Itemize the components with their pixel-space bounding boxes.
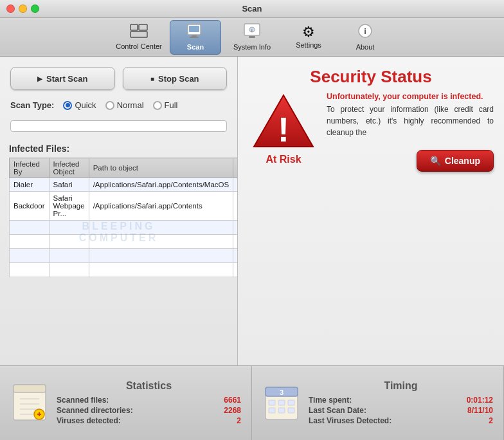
at-risk-label: At Risk	[266, 154, 301, 165]
control-center-label: Control Center	[116, 42, 162, 50]
minimize-button[interactable]	[19, 5, 27, 13]
table-row-empty	[10, 263, 238, 277]
stop-icon: ■	[150, 75, 154, 82]
quick-radio-dot[interactable]	[63, 101, 72, 110]
settings-label: Settings	[296, 41, 321, 49]
scan-type-label: Scan Type:	[10, 100, 54, 110]
full-radio[interactable]: Full	[153, 100, 178, 110]
cell-path-2: /Applications/Safari.app/Contents	[89, 192, 233, 221]
svg-rect-27	[269, 400, 275, 405]
table-row: Backdoor Safari Webpage Pr... /Applicati…	[10, 192, 238, 221]
svg-text:!: !	[278, 110, 289, 149]
last-viruses-row: Last Viruses Detected: 2	[309, 416, 493, 425]
last-scan-label: Last Scan Date:	[309, 406, 366, 415]
toolbar-scan[interactable]: Scan	[170, 20, 221, 55]
cleanup-label: Cleanup	[445, 156, 480, 166]
svg-rect-29	[288, 400, 294, 405]
last-scan-value: 8/11/10	[467, 406, 493, 415]
scanned-dirs-label: Scanned directories:	[57, 406, 133, 415]
svg-text:i: i	[251, 28, 253, 33]
notepad-icon	[10, 378, 49, 423]
statistics-text: Statistics Scanned files: 6661 Scanned d…	[57, 380, 241, 426]
progress-bar-container	[10, 120, 227, 132]
start-scan-button[interactable]: ▶ Start Scan	[10, 67, 115, 90]
cell-risk-2: High	[233, 192, 237, 221]
warning-triangle-container: !	[251, 92, 316, 150]
scan-controls: ▶ Start Scan ■ Stop Scan Scan Type: Quic…	[0, 57, 237, 143]
table-row-empty	[10, 221, 238, 235]
right-panel: Security Status !	[238, 57, 504, 365]
scan-buttons: ▶ Start Scan ■ Stop Scan	[10, 67, 227, 90]
left-panel: ▶ Start Scan ■ Stop Scan Scan Type: Quic…	[0, 57, 238, 365]
security-text-col: Unfortunately, your computer is infected…	[327, 92, 494, 172]
maximize-button[interactable]	[31, 5, 39, 13]
table-row-empty	[10, 249, 238, 263]
normal-radio-dot[interactable]	[105, 101, 114, 110]
content-area: ▶ Start Scan ■ Stop Scan Scan Type: Quic…	[0, 57, 504, 440]
scanned-files-label: Scanned files:	[57, 396, 109, 405]
control-center-icon	[130, 24, 148, 41]
last-viruses-label: Last Viruses Detected:	[309, 416, 392, 425]
toolbar-about[interactable]: i About	[339, 20, 391, 55]
full-label: Full	[165, 100, 178, 110]
cell-path-1: /Applications/Safari.app/Contents/MacOS	[89, 178, 233, 192]
scanned-files-row: Scanned files: 6661	[57, 396, 241, 405]
cell-infected-by-2: Backdoor	[10, 192, 50, 221]
normal-radio[interactable]: Normal	[105, 100, 144, 110]
stop-scan-button[interactable]: ■ Stop Scan	[123, 67, 228, 90]
bottom-bar: Statistics Scanned files: 6661 Scanned d…	[0, 365, 504, 440]
cleanup-button[interactable]: 🔍 Cleanup	[417, 150, 494, 172]
statistics-title: Statistics	[57, 380, 241, 392]
window-title: Scan	[242, 4, 262, 14]
cell-infected-by-1: Dialer	[10, 178, 50, 192]
statistics-panel: Statistics Scanned files: 6661 Scanned d…	[0, 366, 252, 440]
quick-radio[interactable]: Quick	[63, 100, 96, 110]
scanned-dirs-row: Scanned directories: 2268	[57, 406, 241, 415]
toolbar-settings[interactable]: ⚙ Settings	[283, 20, 334, 55]
viruses-row: Viruses detected: 2	[57, 416, 241, 425]
col-path: Path to object	[89, 158, 233, 178]
svg-rect-0	[130, 24, 138, 30]
full-radio-dot[interactable]	[153, 101, 162, 110]
infected-files-section: BLEEPING COMPUTER Infected Files: Infect…	[0, 143, 237, 365]
time-spent-row: Time spent: 0:01:12	[309, 396, 493, 405]
col-infected-object: Infected Object	[49, 158, 89, 178]
stop-scan-label: Stop Scan	[158, 74, 199, 84]
viruses-label: Viruses detected:	[57, 416, 121, 425]
svg-rect-6	[190, 37, 199, 38]
svg-rect-30	[269, 408, 275, 413]
about-label: About	[356, 43, 375, 51]
calendar-icon: 3	[262, 380, 301, 425]
svg-rect-16	[14, 385, 46, 392]
quick-label: Quick	[75, 100, 96, 110]
search-cleanup-icon: 🔍	[430, 156, 441, 166]
timing-panel: 3 Timing Time spent: 0:01:12 Last Scan D…	[252, 366, 504, 440]
security-content: ! At Risk Unfortunately, your computer i…	[248, 92, 494, 172]
svg-rect-28	[278, 400, 285, 405]
risk-icon-col: ! At Risk	[248, 92, 319, 165]
svg-text:i: i	[364, 26, 366, 36]
time-spent-label: Time spent:	[309, 396, 352, 405]
infected-files-table: Infected By Infected Object Path to obje…	[9, 158, 237, 277]
svg-text:3: 3	[280, 389, 284, 396]
cell-object-2: Safari Webpage Pr...	[49, 192, 89, 221]
window-controls	[6, 5, 39, 13]
settings-icon: ⚙	[302, 25, 315, 39]
start-scan-label: Start Scan	[46, 74, 87, 84]
statistics-icon	[10, 378, 49, 428]
scan-type-row: Scan Type: Quick Normal Full	[10, 100, 227, 110]
cell-risk-1: High	[233, 178, 237, 192]
svg-rect-10	[249, 36, 255, 38]
title-bar: Scan	[0, 0, 504, 18]
toolbar-control-center[interactable]: Control Center	[113, 20, 165, 55]
toolbar-system-info[interactable]: i System Info	[226, 20, 278, 55]
svg-rect-31	[278, 408, 285, 413]
close-button[interactable]	[6, 5, 15, 13]
toolbar: Control Center Scan i System Info ⚙ Sett…	[0, 18, 504, 57]
security-info-text: To protect your information (like credit…	[327, 104, 494, 138]
at-risk-triangle-icon: !	[251, 93, 316, 149]
timing-icon: 3	[262, 380, 301, 427]
svg-rect-1	[139, 24, 147, 30]
scan-icon	[186, 23, 204, 41]
system-info-label: System Info	[233, 43, 271, 51]
